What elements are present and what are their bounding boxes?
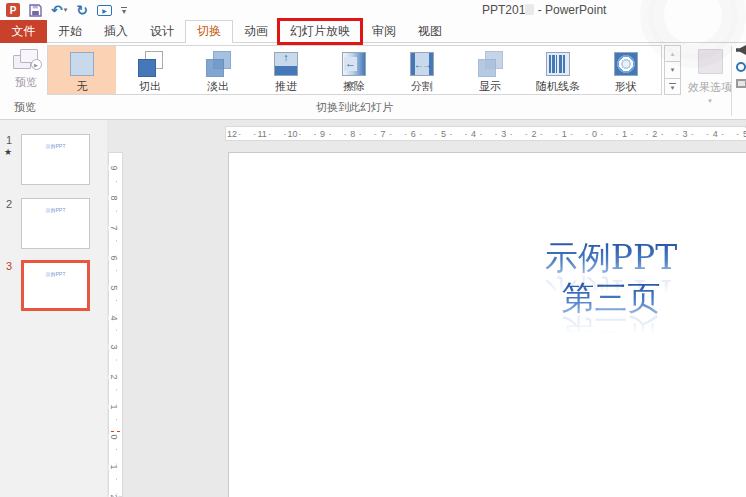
- gallery-more-button[interactable]: ▾: [664, 79, 681, 95]
- slide-number: 2: [6, 198, 12, 210]
- gallery-scroll-down-button[interactable]: ▾: [664, 62, 681, 78]
- transition-item-label: 形状: [615, 79, 637, 94]
- push-transition-icon: ↑: [252, 50, 320, 78]
- ruler-number: 1: [621, 128, 628, 140]
- start-slideshow-icon[interactable]: ▶: [97, 5, 112, 16]
- transition-item-label: 擦除: [343, 79, 365, 94]
- thumbnail-title-text: 示例PPT: [27, 207, 84, 215]
- ruler-number: 0: [591, 128, 598, 140]
- tab-animations[interactable]: 动画: [233, 20, 279, 43]
- transition-item-fade[interactable]: 淡出: [184, 46, 252, 94]
- preview-group-label: 预览: [0, 100, 50, 115]
- none-transition-icon: [48, 50, 116, 78]
- wordart-line-2: 第三页: [521, 279, 701, 317]
- effect-options-label: 效果选项: [688, 80, 732, 95]
- ruler-number: 12: [226, 128, 238, 140]
- ruler-number: 1: [109, 405, 119, 410]
- transition-item-push[interactable]: ↑推进: [252, 46, 320, 94]
- ruler-number: 5: [440, 128, 447, 140]
- effect-options-button[interactable]: 效果选项 ▾: [686, 47, 734, 113]
- ruler-number: 8: [349, 128, 356, 140]
- slide-thumbnail-panel: 1★示例PPT2示例PPT3示例PPT: [0, 120, 107, 497]
- gallery-scroll-up-button[interactable]: ▴: [664, 45, 681, 62]
- tab-home[interactable]: 开始: [47, 20, 93, 43]
- ruler-number: 2: [109, 375, 119, 380]
- random-bars-transition-icon: [524, 50, 592, 78]
- clock-icon: [736, 62, 746, 72]
- redacted-character: [525, 4, 534, 15]
- tab-view[interactable]: 视图: [407, 20, 453, 43]
- transition-item-split[interactable]: ←→分割: [388, 46, 456, 94]
- powerpoint-window: P↶▾↻▶▾ PPT201 - PowerPoint 文件开始插入设计切换动画幻…: [0, 0, 746, 497]
- undo-icon[interactable]: ↶▾: [51, 3, 67, 17]
- wipe-transition-icon: ←: [320, 50, 388, 78]
- transition-item-wipe[interactable]: ←擦除: [320, 46, 388, 94]
- ruler-number: 6: [410, 128, 417, 140]
- slide-thumbnail-image[interactable]: 示例PPT: [21, 198, 90, 249]
- transition-item-none[interactable]: 无: [48, 46, 116, 94]
- workspace: 1★示例PPT2示例PPT3示例PPT 12111098765432101234…: [0, 120, 746, 497]
- tab-design[interactable]: 设计: [139, 20, 185, 43]
- ruler-number: 11: [257, 128, 268, 140]
- ruler-number: 1: [561, 128, 568, 140]
- thumbnail-title-text: 示例PPT: [27, 143, 84, 151]
- transition-item-cut[interactable]: 切出: [116, 46, 184, 94]
- wordart-line-1: 示例PPT: [521, 239, 701, 277]
- transition-item-label: 淡出: [207, 79, 229, 94]
- transition-item-shape[interactable]: 形状: [592, 46, 660, 94]
- gallery-scrollbar: ▴▾▾: [664, 45, 681, 95]
- ruler-number: 5: [742, 128, 746, 140]
- customize-qat-icon[interactable]: ▾: [121, 7, 127, 14]
- ruler-number: 8: [109, 195, 119, 200]
- ribbon-transitions: ▶ 预览 预览 无切出淡出↑推进←擦除←→分割显示随机线条形状 ▴▾▾ 效果选项…: [0, 43, 746, 120]
- timing-group-icons: [736, 45, 746, 88]
- slide-editing-canvas[interactable]: 示例PPT 示例PPT 第三页 第三页: [228, 152, 746, 497]
- animation-star-icon: ★: [4, 147, 12, 157]
- effect-options-icon: [698, 49, 723, 74]
- ruler-number: 7: [109, 225, 119, 230]
- reveal-transition-icon: [456, 50, 524, 78]
- ruler-cursor-marker: [111, 431, 120, 432]
- monitor-icon: [736, 79, 746, 88]
- quick-access-toolbar: P↶▾↻▶▾: [6, 2, 127, 18]
- slide-number: 1: [6, 134, 12, 146]
- slide-thumbnail-image[interactable]: 示例PPT: [21, 134, 90, 185]
- cut-transition-icon: [116, 50, 184, 78]
- ruler-number: 4: [470, 128, 477, 140]
- tab-review[interactable]: 审阅: [361, 20, 407, 43]
- slide-wordart-text[interactable]: 示例PPT 示例PPT 第三页 第三页: [521, 239, 701, 359]
- preview-icon: ▶: [13, 49, 40, 71]
- ruler-number: 2: [530, 128, 537, 140]
- transition-item-label: 分割: [411, 79, 433, 94]
- tab-insert[interactable]: 插入: [93, 20, 139, 43]
- slide-thumbnail-image[interactable]: 示例PPT: [21, 260, 90, 311]
- title-bar: P↶▾↻▶▾ PPT201 - PowerPoint: [0, 0, 746, 20]
- save-icon[interactable]: [29, 4, 42, 17]
- transition-item-random-bars[interactable]: 随机线条: [524, 46, 592, 94]
- ribbon-tab-bar: 文件开始插入设计切换动画幻灯片放映审阅视图: [0, 20, 746, 43]
- ruler-number: 4: [712, 128, 719, 140]
- redo-icon[interactable]: ↻: [76, 3, 88, 17]
- powerpoint-logo[interactable]: P: [6, 3, 20, 17]
- shape-transition-icon: [592, 50, 660, 78]
- transition-item-reveal[interactable]: 显示: [456, 46, 524, 94]
- ruler-number: 1: [109, 464, 119, 469]
- preview-button[interactable]: ▶ 预览: [3, 47, 49, 101]
- transition-item-label: 随机线条: [536, 79, 580, 94]
- ruler-number: 6: [109, 255, 119, 260]
- tab-file[interactable]: 文件: [0, 20, 47, 43]
- ruler-number: 9: [319, 128, 326, 140]
- thumbnail-title-text: 示例PPT: [29, 271, 83, 279]
- ruler-number: 3: [500, 128, 507, 140]
- group-divider: [731, 46, 732, 116]
- transitions-group-label: 切换到此幻灯片: [47, 100, 662, 115]
- ruler-number: 3: [109, 345, 119, 350]
- tab-slideshow[interactable]: 幻灯片放映: [279, 20, 361, 43]
- tab-transitions[interactable]: 切换: [185, 20, 233, 43]
- slide-number: 3: [6, 260, 12, 272]
- vertical-ruler: 987654321012: [108, 152, 123, 497]
- split-transition-icon: ←→: [388, 50, 456, 78]
- ruler-number: 0: [109, 435, 119, 440]
- speaker-icon: [736, 45, 746, 55]
- fade-transition-icon: [184, 50, 252, 78]
